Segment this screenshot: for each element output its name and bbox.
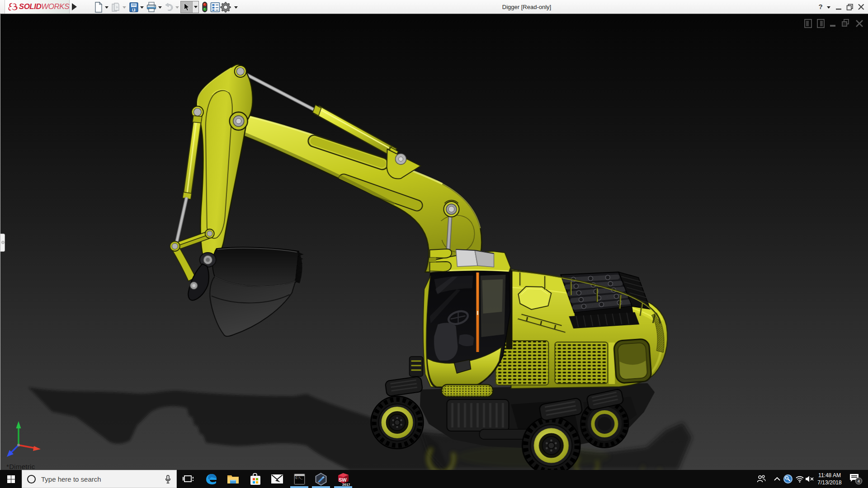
excavator-body [495,269,667,389]
sw-icon-year: 2017 [342,483,350,486]
running-indicator-edrawings [312,486,330,488]
search-input[interactable]: Type here to search [22,470,177,488]
print-icon[interactable] [146,1,157,13]
taskbar-solidworks[interactable]: SW 2017 [332,470,354,488]
close-button[interactable] [857,0,865,14]
tray-clock[interactable]: 11:48 AM 7/13/2018 [815,472,844,486]
wifi-icon[interactable] [794,470,805,488]
select-cursor-icon[interactable] [181,1,193,13]
help-button[interactable]: ? [816,0,825,14]
tray-date-text: 7/13/2018 [815,479,844,486]
help-caret[interactable] [827,6,830,9]
tray-time-text: 11:48 AM [815,472,844,479]
command-prompt-icon: C:\_ [293,473,306,485]
restore-button[interactable] [846,0,854,14]
blue-status-icon-glyph [783,474,793,484]
cab-side-step [410,357,423,376]
people-icon-glyph [757,475,766,483]
elbow-joint [230,112,248,130]
solidworks-logo-text: SOLIDWORKS [19,2,69,11]
chevron-up-icon [774,477,780,481]
save-icon[interactable] [129,1,139,13]
open-icon [111,1,122,13]
dipper-arm [170,65,304,337]
task-view-button[interactable] [177,470,199,488]
select-tool-caret[interactable] [193,1,198,13]
action-center-button[interactable]: 4 [848,470,863,488]
doc-minimize-icon[interactable] [830,25,835,27]
bucket [188,247,303,336]
taskbar-edge-browser[interactable] [200,470,222,488]
mail-icon [271,474,283,484]
taskbar-command-prompt[interactable]: C:\_ [288,470,310,488]
options-form-icon[interactable] [210,1,221,13]
new-document-caret[interactable] [105,6,108,9]
microsoft-store-icon [250,473,261,485]
task-pane-tab[interactable] [0,234,5,252]
edge-browser-icon [205,473,217,485]
wifi-icon-glyph [795,475,804,483]
view-orientation-label: *Dimetric [6,463,35,470]
excavator-model [0,14,868,470]
fender-front-left [385,376,423,397]
settings-caret[interactable] [234,6,238,9]
window-title: Digger [Read-only] [461,0,592,14]
edrawings-hexagon-icon [315,473,327,486]
cursor-arrow-icon [183,3,190,12]
print-caret[interactable] [158,6,162,9]
taskbar-edrawings[interactable] [310,470,332,488]
running-indicator-solidworks [334,486,352,488]
solidworks-logo[interactable]: SOLIDWORKS [5,0,70,14]
cortana-icon [27,475,36,483]
volume-muted-icon-glyph [805,475,814,483]
dipper-plate [196,65,252,258]
select-tool-button[interactable] [180,1,199,13]
new-document-icon[interactable] [94,1,104,13]
action-center-icon-glyph: 4 [849,473,863,485]
taskbar-mail[interactable] [266,470,288,488]
caret-triangle [194,6,198,8]
document-window-controls [803,18,864,30]
bucket-cylinder [176,116,202,244]
task-view-icon [182,474,194,483]
rear-window [613,338,651,383]
3ds-logo-icon [7,0,18,13]
entry-step-plate [441,385,493,397]
logo-text-solid: SOLID [19,2,41,11]
sw-icon-text: SW [339,477,347,483]
minimize-button[interactable] [835,0,843,14]
settings-gear-icon[interactable] [220,1,231,13]
volume-muted-icon[interactable] [804,470,815,488]
wheel-front-left [371,396,424,449]
save-caret[interactable] [140,6,144,9]
open-caret [123,6,126,9]
undo-caret [175,6,179,9]
hidden-icons-chevron[interactable] [772,470,783,488]
solidworks-2017-icon: SW 2017 [336,472,350,486]
blue-status-icon[interactable] [783,470,793,488]
doc-close-icon[interactable] [856,20,863,27]
taskbar-file-explorer[interactable] [222,470,244,488]
solidworks-application-window: SOLIDWORKS [0,0,868,488]
task-pane-tab-dot [1,241,5,244]
wheel-front-right [522,417,580,470]
file-explorer-icon [227,474,239,484]
selection-filter-traffic-light-icon[interactable] [202,1,208,13]
title-bar: SOLIDWORKS [0,0,868,14]
cmd-prompt-text: C:\_ [295,477,302,480]
notification-badge: 4 [858,479,860,483]
boom-arm [228,71,481,272]
graphics-viewport[interactable]: *Dimetric [0,14,868,470]
start-button[interactable] [0,470,22,488]
running-indicator-cmd [290,486,308,488]
toolbar-flyout-arrow[interactable] [72,3,77,10]
people-icon[interactable] [756,470,767,488]
logo-text-works: WORKS [41,2,69,11]
undo-icon [164,1,175,13]
windows-taskbar: Type here to search [0,470,868,488]
cab-skylight [456,249,477,267]
taskbar-microsoft-store[interactable] [245,470,266,488]
microphone-icon[interactable] [165,475,171,484]
doc-restore-icon[interactable] [842,19,849,26]
start-windows-icon [7,475,15,483]
